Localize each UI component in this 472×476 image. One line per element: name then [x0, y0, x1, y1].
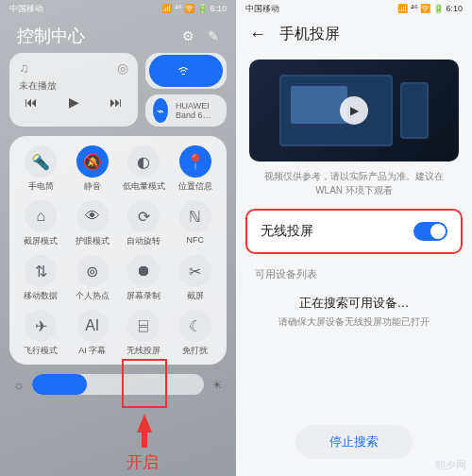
tile-icon: ⌂ — [25, 200, 57, 232]
tile-静音[interactable]: 🔕静音 — [67, 145, 119, 193]
status-right: 📶 ⁴⁶ 🛜 🔋 6:10 — [161, 4, 227, 13]
tile-icon: ⟳ — [127, 200, 160, 232]
tile-NFC[interactable]: ℕNFC — [170, 200, 222, 247]
brightness-low-icon: ☼ — [13, 378, 25, 392]
tile-label: 免打扰 — [182, 345, 208, 357]
tile-label: 截屏模式 — [24, 235, 58, 247]
tile-icon: ⊚ — [76, 255, 109, 287]
tile-位置信息[interactable]: 📍位置信息 — [170, 145, 222, 193]
phone-illustration — [400, 82, 429, 139]
preview-video[interactable]: ▶ — [249, 60, 459, 162]
status-bar: 中国移动 📶 ⁴⁶ 🛜 🔋 6:10 — [0, 0, 236, 17]
tile-label: AI 字幕 — [78, 345, 106, 357]
tile-免打扰[interactable]: ☾免打扰 — [170, 310, 222, 357]
page-title: 手机投屏 — [279, 25, 340, 44]
tile-label: 个人热点 — [76, 290, 110, 302]
wifi-icon: ᯤ — [177, 61, 194, 81]
tile-label: 移动数据 — [24, 290, 58, 302]
bluetooth-toggle[interactable]: ⌁ HUAWEI Band 6… — [145, 94, 227, 127]
carrier: 中国移动 — [9, 3, 43, 15]
cc-title: 控制中心 — [17, 25, 85, 47]
tile-icon: 🔦 — [25, 145, 57, 178]
tile-截屏[interactable]: ✂截屏 — [170, 255, 222, 302]
tile-label: NFC — [187, 235, 205, 245]
tile-移动数据[interactable]: ⇅移动数据 — [15, 255, 67, 302]
bt-device: HUAWEI Band 6… — [176, 101, 219, 120]
music-card[interactable]: ♫ ◎ 未在播放 ⏮ ▶ ⏭ — [9, 53, 138, 127]
tile-AI 字幕[interactable]: AIAI 字幕 — [67, 310, 119, 357]
stop-search-button[interactable]: 停止搜索 — [295, 425, 413, 459]
wireless-cast-switch[interactable] — [413, 222, 447, 241]
searching-subtext: 请确保大屏设备无线投屏功能已打开 — [236, 315, 472, 329]
tile-无线投屏[interactable]: ⌸无线投屏 — [118, 310, 170, 357]
tile-label: 手电筒 — [28, 180, 54, 193]
tile-icon: AI — [76, 310, 109, 342]
play-icon[interactable]: ▶ — [340, 96, 368, 125]
tile-icon: ✂ — [179, 255, 211, 287]
tile-icon: 📍 — [179, 145, 211, 178]
tv-illustration — [279, 75, 393, 146]
tile-icon: 🔕 — [76, 145, 109, 178]
tile-label: 静音 — [84, 180, 101, 193]
tile-icon: ☾ — [179, 310, 211, 342]
music-source-icon: ◎ — [117, 60, 128, 76]
next-icon[interactable]: ⏭ — [110, 94, 123, 110]
page-header: ← 手机投屏 — [236, 17, 472, 54]
annotation-enable-label: 开启 — [126, 451, 159, 473]
wireless-cast-toggle-row: 无线投屏 — [245, 209, 463, 254]
cast-settings-screen: 中国移动 📶 ⁴⁶ 🛜 🔋 6:10 ← 手机投屏 ▶ 视频仅供参考，请以实际产… — [236, 0, 472, 476]
brightness-row: ☼ ☀ — [0, 365, 236, 395]
bluetooth-icon: ⌁ — [153, 98, 168, 123]
edit-icon[interactable]: ✎ — [208, 28, 219, 43]
watermark: 朝夕网 — [435, 458, 466, 472]
prev-icon[interactable]: ⏮ — [25, 94, 38, 110]
tile-屏幕录制[interactable]: ⏺屏幕录制 — [118, 255, 170, 302]
carrier: 中国移动 — [245, 3, 279, 15]
tile-icon: ⏺ — [127, 255, 160, 287]
tile-icon: ✈ — [25, 310, 57, 342]
available-devices-header: 可用设备列表 — [236, 258, 472, 285]
preview-hint: 视频仅供参考，请以实际产品为准。建议在 WLAN 环境下观看 — [236, 169, 472, 197]
tile-label: 屏幕录制 — [126, 290, 160, 302]
control-center-screen: 中国移动 📶 ⁴⁶ 🛜 🔋 6:10 控制中心 ⚙ ✎ ♫ ◎ 未在播放 ⏮ ▶… — [0, 0, 236, 476]
tile-icon: ⇅ — [25, 255, 57, 287]
tile-低电量模式[interactable]: ◐低电量模式 — [118, 145, 170, 193]
tile-截屏模式[interactable]: ⌂截屏模式 — [15, 200, 67, 247]
tile-label: 低电量模式 — [123, 180, 165, 193]
tile-label: 无线投屏 — [126, 345, 160, 357]
quick-tiles-panel: 🔦手电筒🔕静音◐低电量模式📍位置信息⌂截屏模式👁护眼模式⟳自动旋转ℕNFC⇅移动… — [9, 136, 227, 365]
annotation-arrow-icon — [137, 414, 152, 433]
music-status: 未在播放 — [19, 79, 128, 93]
cc-header: 控制中心 ⚙ ✎ — [0, 17, 236, 53]
status-bar: 中国移动 📶 ⁴⁶ 🛜 🔋 6:10 — [236, 0, 472, 17]
tile-手电筒[interactable]: 🔦手电筒 — [15, 145, 67, 193]
back-icon[interactable]: ← — [249, 25, 266, 44]
tile-label: 自动旋转 — [126, 235, 160, 247]
tile-icon: 👁 — [76, 200, 109, 232]
brightness-high-icon: ☀ — [211, 378, 223, 392]
tile-个人热点[interactable]: ⊚个人热点 — [67, 255, 119, 302]
music-note-icon: ♫ — [19, 60, 29, 76]
toggle-label: 无线投屏 — [261, 223, 313, 240]
tile-icon: ◐ — [127, 145, 160, 178]
tile-护眼模式[interactable]: 👁护眼模式 — [67, 200, 119, 247]
tile-label: 位置信息 — [178, 180, 212, 193]
settings-icon[interactable]: ⚙ — [182, 28, 194, 43]
brightness-slider[interactable] — [32, 374, 204, 395]
play-icon[interactable]: ▶ — [69, 94, 79, 110]
tile-label: 飞行模式 — [24, 345, 58, 357]
status-right: 📶 ⁴⁶ 🛜 🔋 6:10 — [397, 4, 463, 13]
tile-飞行模式[interactable]: ✈飞行模式 — [15, 310, 67, 357]
wifi-toggle[interactable]: ᯤ — [145, 53, 227, 89]
tile-icon: ℕ — [179, 200, 211, 232]
tile-label: 截屏 — [187, 290, 204, 302]
tile-label: 护眼模式 — [76, 235, 110, 247]
tile-自动旋转[interactable]: ⟳自动旋转 — [118, 200, 170, 247]
tile-icon: ⌸ — [127, 310, 160, 342]
searching-text: 正在搜索可用设备… — [236, 295, 472, 312]
